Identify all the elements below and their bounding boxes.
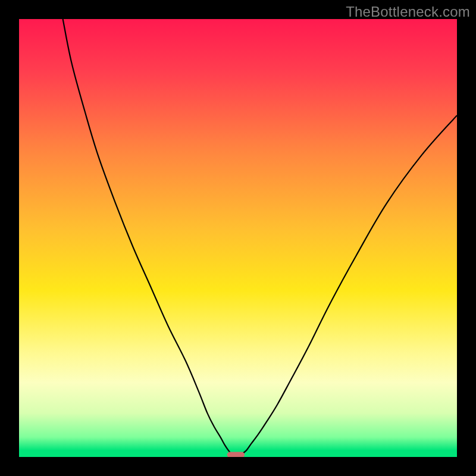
chart-svg [19,19,457,457]
bottleneck-marker [227,452,245,457]
watermark-text: TheBottleneck.com [346,4,470,20]
gradient-background [19,19,457,457]
chart-frame [19,19,457,457]
